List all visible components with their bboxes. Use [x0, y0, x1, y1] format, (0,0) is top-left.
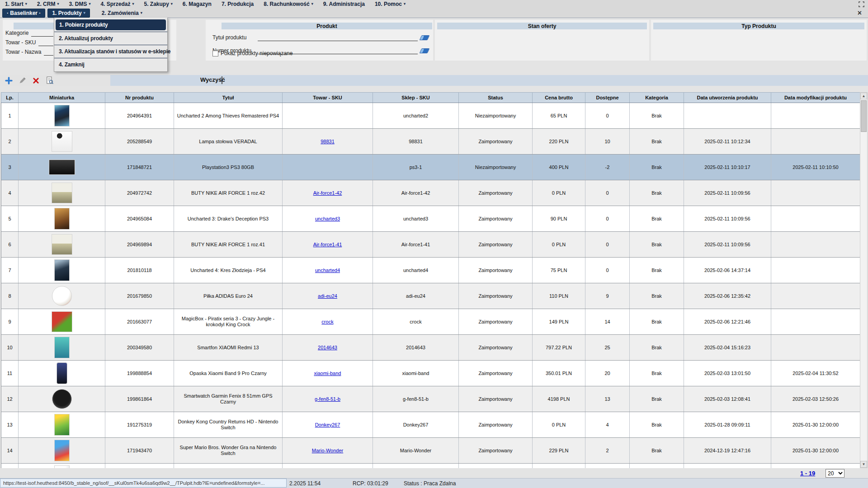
cell-dostepne: 10: [585, 129, 630, 155]
cell-data-utworzenia: 2025-02-04 15:16:23: [684, 335, 771, 361]
table-row[interactable]: 6 204969894 BUTY NIKE AIR FORCE 1 roz.41…: [1, 232, 860, 258]
clear-input-eraser-icon[interactable]: [420, 35, 430, 40]
baselinker-button[interactable]: · Baselinker ·: [2, 9, 45, 18]
cell-nr-produktu: 204969894: [105, 232, 174, 258]
preview-document-icon[interactable]: [45, 76, 54, 85]
cell-sklep-sku: 2014643: [373, 335, 459, 361]
column-header[interactable]: Data modyfikacji produktu: [771, 93, 860, 103]
towar-sku-link[interactable]: Donkey267: [315, 422, 340, 427]
clear-input-eraser-icon[interactable]: [420, 48, 430, 53]
cell-towar-sku: adi-eu24: [283, 283, 373, 309]
produkty-menu-button[interactable]: 1. Produkty ▾: [47, 9, 90, 18]
towar-sku-link[interactable]: uncharted4: [315, 267, 340, 273]
towar-sku-link[interactable]: uncharted3: [315, 216, 340, 221]
cell-nr-produktu: 204972742: [105, 180, 174, 206]
table-row[interactable]: 9 201663077 MagicBox - Piratix seria 3 -…: [1, 309, 860, 335]
towar-sku-link[interactable]: crock: [321, 319, 333, 324]
menubar-item[interactable]: 10. Pomoc▾: [370, 0, 410, 8]
edit-pencil-icon[interactable]: [18, 76, 27, 85]
table-row[interactable]: 1 204964391 Uncharted 2 Among Thieves Re…: [1, 103, 860, 129]
table-row[interactable]: 2 205288549 Lampa stołowa VERADAL 98831 …: [1, 129, 860, 155]
filter-input[interactable]: [44, 49, 53, 56]
column-header[interactable]: Dostępne: [585, 93, 630, 103]
menubar-item[interactable]: 8. Rachunkowość▾: [259, 0, 318, 8]
column-header[interactable]: Tytuł: [174, 93, 283, 103]
towar-sku-link[interactable]: Air-force1-42: [313, 190, 342, 196]
dropdown-menu-item[interactable]: 2. Aktualizuj produkty: [54, 32, 167, 45]
produkty-label: 1. Produkty: [52, 10, 81, 16]
cell-nr-produktu: 199888854: [105, 361, 174, 386]
column-header[interactable]: Status: [459, 93, 533, 103]
product-thumbnail: [49, 160, 75, 175]
table-row[interactable]: 12 199861864 Smartwatch Garmin Fenix 8 5…: [1, 386, 860, 412]
column-header[interactable]: Cena brutto: [533, 93, 585, 103]
column-header[interactable]: Kategoria: [630, 93, 684, 103]
scrollbar-thumb[interactable]: [861, 100, 867, 132]
cell-dostepne: 0: [585, 232, 630, 258]
menubar-item[interactable]: 9. Administracja: [318, 0, 370, 8]
table-row[interactable]: 5 204965084 Uncharted 3: Drake's Decepti…: [1, 206, 860, 232]
cell-sklep-sku: Air-force1-41: [373, 232, 459, 258]
column-header[interactable]: Towar - SKU: [283, 93, 373, 103]
filter-field: Kategorie: [5, 27, 53, 37]
cell-lp: 5: [1, 206, 19, 232]
cell-dostepne: 4: [585, 412, 630, 438]
cell-towar-sku: crock: [283, 309, 373, 335]
menubar-item[interactable]: 3. DMS▾: [64, 0, 95, 8]
close-icon[interactable]: ×: [858, 9, 862, 17]
statusbar-status: Status : Praca Zdalna: [404, 480, 456, 487]
cell-data-utworzenia: 2025-02-11 10:09:56: [684, 180, 771, 206]
filter-input[interactable]: [258, 34, 418, 41]
page-size-select[interactable]: 20: [826, 469, 844, 478]
produkty-dropdown-menu: 1. Pobierz produkty2. Aktualizuj produkt…: [54, 18, 168, 72]
column-header[interactable]: Lp.: [1, 93, 19, 103]
table-scrollbar[interactable]: ▲ ▼: [860, 92, 868, 468]
menubar-item[interactable]: 7. Produkcja: [217, 0, 259, 8]
towar-sku-link[interactable]: adi-eu24: [318, 293, 337, 299]
table-row[interactable]: 13 191275319 Donkey Kong Country Returns…: [1, 412, 860, 438]
menubar-item[interactable]: 6. Magazyn: [178, 0, 217, 8]
dropdown-menu-item[interactable]: 1. Pobierz produkty: [56, 19, 166, 30]
delete-x-icon[interactable]: [32, 76, 40, 85]
table-row[interactable]: 11 199888854 Opaska Xiaomi Band 9 Pro Cz…: [1, 361, 860, 386]
towar-sku-link[interactable]: xiaomi-band: [314, 371, 341, 376]
cell-miniaturka: [19, 103, 105, 129]
column-header[interactable]: Nr produktu: [105, 93, 174, 103]
add-icon[interactable]: [5, 76, 13, 85]
zamowienia-menu-button[interactable]: 2. Zamówienia ▾: [102, 10, 142, 16]
scroll-up-icon[interactable]: ▲: [860, 93, 867, 99]
towar-sku-link[interactable]: Mario-Wonder: [312, 448, 344, 453]
cell-towar-sku: [283, 155, 373, 180]
towar-sku-link[interactable]: Air-force1-41: [313, 242, 342, 247]
dropdown-menu-item[interactable]: 3. Aktualizacja stanów i statusów w e-sk…: [54, 45, 167, 58]
show-unlinked-checkbox[interactable]: [212, 51, 218, 56]
table-row[interactable]: 7 201810118 Uncharted 4: Kres Złodzieja …: [1, 258, 860, 283]
fullscreen-icon[interactable]: [855, 1, 868, 7]
menubar-item[interactable]: 2. CRM▾: [32, 0, 64, 8]
record-range-link[interactable]: 1 - 19: [800, 470, 815, 477]
cell-miniaturka: [19, 155, 105, 180]
cell-status: Zaimportowany: [459, 335, 533, 361]
menubar-item[interactable]: 5. Zakupy▾: [139, 0, 177, 8]
cell-kategoria: Brak: [630, 129, 684, 155]
table-row[interactable]: 14 171943470 Super Mario Bros. Wonder Gr…: [1, 438, 860, 464]
towar-sku-link[interactable]: 98831: [321, 139, 335, 144]
towar-sku-link[interactable]: 2014643: [318, 345, 337, 350]
cell-sklep-sku: ps3-1: [373, 155, 459, 180]
column-header[interactable]: Sklep - SKU: [373, 93, 459, 103]
table-row[interactable]: 4 204972742 BUTY NIKE AIR FORCE 1 roz.42…: [1, 180, 860, 206]
scroll-down-icon[interactable]: ▼: [860, 461, 867, 468]
products-table: Lp.MiniaturkaNr produktuTytułTowar - SKU…: [1, 92, 860, 488]
table-row[interactable]: 8 201679850 Piłka ADIDAS Euro 24 adi-eu2…: [1, 283, 860, 309]
dropdown-menu-item[interactable]: 4. Zamknij: [54, 58, 167, 71]
table-row[interactable]: 10 200349580 Smartfon XIAOMI Redmi 13 20…: [1, 335, 860, 361]
filter-input[interactable]: [38, 39, 53, 46]
menubar-item[interactable]: 1. Start▾: [0, 0, 32, 8]
towar-sku-link[interactable]: g-fen8-51-b: [315, 396, 340, 402]
menubar-item[interactable]: 4. Sprzedaż▾: [95, 0, 139, 8]
column-header[interactable]: Miniaturka: [19, 93, 105, 103]
table-row[interactable]: 3 171848721 Playstation3 PS3 80GB ps3-1 …: [1, 155, 860, 180]
column-header[interactable]: Data utworzenia produktu: [684, 93, 771, 103]
app-window: 1. Start▾2. CRM▾3. DMS▾4. Sprzedaż▾5. Za…: [0, 0, 868, 488]
filter-input[interactable]: [31, 30, 53, 37]
